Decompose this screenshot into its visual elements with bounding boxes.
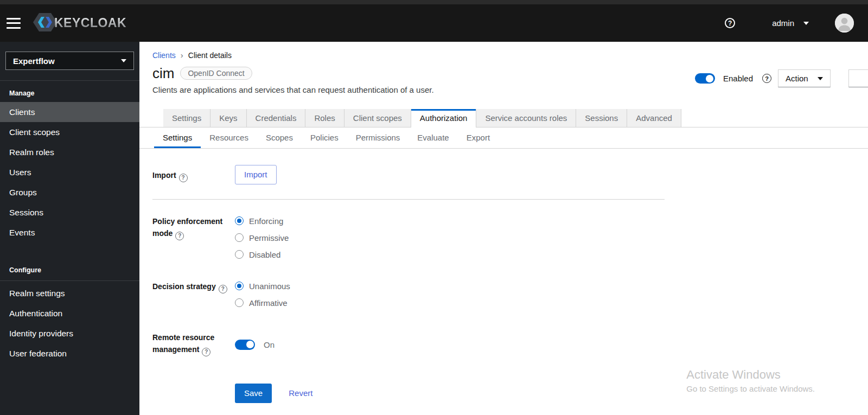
sidebar-nav-item[interactable]: Client scopes (0, 122, 139, 142)
radio-option-label: Permissive (249, 233, 289, 242)
chevron-down-icon (818, 77, 823, 80)
enabled-label: Enabled (723, 74, 753, 83)
radio-option[interactable]: Permissive (235, 233, 289, 242)
radio-option-label: Disabled (249, 250, 280, 259)
sidebar-nav-item[interactable]: Sessions (0, 202, 139, 222)
sidebar-nav-item[interactable]: Realm roles (0, 142, 139, 162)
window-top-strip (0, 0, 868, 4)
sidebar-nav-item[interactable]: Users (0, 162, 139, 182)
decision-strategy-help-icon[interactable]: ? (219, 285, 227, 293)
chevron-down-icon (803, 22, 809, 25)
sidebar-nav-item[interactable]: Realm settings (0, 283, 139, 303)
nav-list-manage: Clients Client scopes Realm roles Users … (0, 102, 139, 242)
radio-option-label: Enforcing (249, 216, 283, 226)
authorization-subtabs: Settings Resources Scopes Policies Permi… (139, 127, 868, 149)
action-dropdown[interactable]: Action (778, 69, 831, 87)
nav-list-configure: Realm settings Authentication Identity p… (0, 281, 139, 363)
breadcrumb-clients-link[interactable]: Clients (152, 51, 176, 60)
tab[interactable]: Settings (163, 109, 210, 127)
masthead: KEYCLOAK ? admin (0, 4, 868, 42)
revert-link[interactable]: Revert (289, 388, 312, 398)
decision-strategy-radio-group: Unanimous Affirmative (235, 280, 290, 308)
cutoff-element (848, 69, 868, 87)
subtab[interactable]: Settings (154, 127, 201, 148)
divider (152, 199, 665, 200)
page-title: cim (152, 66, 174, 81)
remote-resource-management-label: Remote resource management? (152, 331, 235, 356)
tab[interactable]: Credentials (247, 109, 306, 127)
radio-option[interactable]: Affirmative (235, 298, 290, 308)
sidebar-nav-item[interactable]: Clients (0, 102, 139, 122)
sidebar-nav-item[interactable]: Events (0, 222, 139, 242)
import-help-icon[interactable]: ? (179, 174, 188, 182)
breadcrumb-separator-icon: › (181, 50, 183, 60)
remote-resource-toggle[interactable] (235, 340, 255, 350)
tab[interactable]: Keys (210, 109, 246, 127)
subtab[interactable]: Policies (302, 127, 347, 148)
nav-group-title-configure: Configure (0, 258, 139, 281)
subtab[interactable]: Permissions (347, 127, 409, 148)
chevron-down-icon (121, 59, 126, 62)
sidebar-nav-item[interactable]: Groups (0, 182, 139, 202)
main-content: Clients › Client details cim OpenID Conn… (139, 42, 868, 415)
import-button[interactable]: Import (235, 165, 277, 184)
subtab[interactable]: Evaluate (409, 127, 457, 148)
page-header: Clients › Client details cim OpenID Conn… (139, 42, 868, 94)
protocol-badge: OpenID Connect (180, 67, 252, 80)
radio-icon (235, 298, 244, 307)
avatar[interactable] (835, 14, 854, 33)
radio-option[interactable]: Enforcing (235, 216, 289, 226)
tab[interactable]: Sessions (576, 109, 627, 127)
client-tabs: Settings Keys Credentials Roles Client s… (139, 109, 868, 127)
subtab[interactable]: Scopes (257, 127, 302, 148)
radio-icon (235, 216, 244, 225)
tab[interactable]: Authorization (411, 109, 477, 127)
breadcrumb: Clients › Client details (152, 50, 855, 60)
policy-enforcement-help-icon[interactable]: ? (175, 232, 184, 240)
decision-strategy-label: Decision strategy? (152, 280, 235, 308)
radio-icon (235, 233, 244, 242)
subtab[interactable]: Resources (201, 127, 257, 148)
radio-option-label: Affirmative (249, 298, 288, 308)
sidebar-nav-item[interactable]: Authentication (0, 303, 139, 323)
help-icon[interactable]: ? (725, 18, 735, 28)
user-menu[interactable]: admin (772, 18, 809, 28)
user-name: admin (772, 18, 794, 28)
import-label: Import? (152, 165, 235, 184)
policy-enforcement-mode-label: Policy enforcement mode? (152, 215, 235, 259)
authorization-settings-form: Import? Import Policy enforcement mode? … (139, 149, 666, 403)
radio-icon (235, 282, 244, 290)
radio-option[interactable]: Disabled (235, 250, 289, 259)
sidebar-nav-item[interactable]: User federation (0, 343, 139, 363)
tab[interactable]: Advanced (627, 109, 681, 127)
realm-selector[interactable]: Expertflow (5, 52, 134, 70)
tab[interactable]: Roles (305, 109, 344, 127)
action-dropdown-label: Action (786, 74, 808, 83)
realm-name: Expertflow (13, 56, 55, 66)
sidebar-nav-item[interactable]: Identity providers (0, 323, 139, 343)
radio-icon (235, 250, 244, 259)
sidebar: Expertflow Manage Clients Client scopes … (0, 42, 139, 415)
tab[interactable]: Service accounts roles (476, 109, 576, 127)
header-controls: Enabled ? Action (695, 69, 831, 87)
realm-section: Expertflow (0, 42, 139, 81)
subtab[interactable]: Export (458, 127, 499, 148)
remote-resource-state: On (264, 340, 275, 349)
activate-windows-watermark: Activate Windows Go to Settings to activ… (686, 368, 815, 393)
enabled-toggle[interactable] (695, 73, 715, 84)
save-button[interactable]: Save (235, 384, 272, 403)
breadcrumb-current: Client details (188, 51, 232, 60)
radio-option[interactable]: Unanimous (235, 282, 290, 291)
keycloak-logo-text: KEYCLOAK (54, 16, 126, 30)
policy-enforcement-radio-group: Enforcing Permissive Disabled (235, 215, 289, 259)
keycloak-logo: KEYCLOAK (33, 11, 126, 35)
nav-group-title-manage: Manage (0, 81, 139, 102)
menu-icon[interactable] (7, 18, 21, 29)
remote-resource-help-icon[interactable]: ? (202, 348, 210, 356)
tab[interactable]: Client scopes (344, 109, 411, 127)
enabled-help-icon[interactable]: ? (762, 74, 771, 83)
radio-option-label: Unanimous (249, 282, 290, 291)
